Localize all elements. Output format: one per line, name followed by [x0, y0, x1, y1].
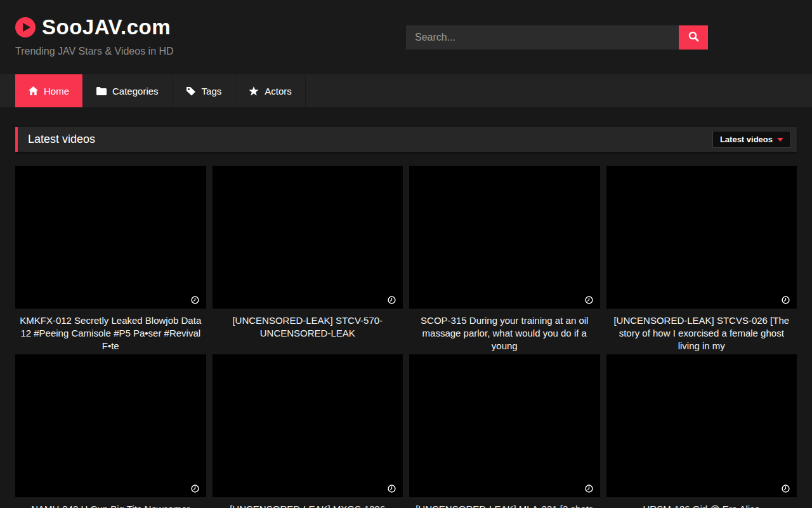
video-card[interactable]: SCOP-315 During your training at an oil …: [409, 166, 600, 354]
nav-label: Categories: [112, 86, 159, 97]
nav-item-home[interactable]: Home: [15, 74, 83, 107]
video-card[interactable]: NAMH-042 H Cup Big Tits Newcomer (170cm …: [15, 354, 206, 508]
nav-label: Tags: [202, 86, 222, 97]
video-title[interactable]: SCOP-315 During your training at an oil …: [409, 309, 600, 354]
clock-icon: [191, 484, 199, 492]
video-title[interactable]: [UNCENSORED-LEAK] STCVS-026 [The story o…: [606, 309, 797, 354]
video-title[interactable]: [UNCENSORED-LEAK] STCV-570-UNCENSORED-LE…: [213, 309, 403, 354]
home-icon: [29, 86, 38, 95]
nav-item-tags[interactable]: Tags: [173, 74, 236, 107]
search-input[interactable]: [406, 25, 679, 50]
video-thumbnail[interactable]: [213, 166, 403, 309]
video-grid: KMKFX-012 Secretly Leaked Blowjob Data 1…: [15, 166, 797, 508]
nav-item-actors[interactable]: Actors: [235, 74, 306, 107]
sort-dropdown-button[interactable]: Latest videos: [712, 131, 791, 148]
video-thumbnail[interactable]: [15, 166, 206, 309]
brand-name: SooJAV.com: [42, 15, 171, 39]
video-title[interactable]: NAMH-042 H Cup Big Tits Newcomer (170cm …: [15, 497, 206, 508]
sort-dropdown-label: Latest videos: [720, 135, 773, 144]
nav-label: Home: [44, 86, 69, 97]
nav-item-categories[interactable]: Categories: [83, 74, 173, 107]
video-title[interactable]: [UNCENSORED-LEAK] MLA-231 [3 shots in: [409, 497, 600, 508]
main-content: Latest videos Latest videos KMKFX-012 Se…: [15, 127, 797, 508]
video-thumbnail[interactable]: [409, 166, 600, 309]
video-thumbnail[interactable]: [409, 354, 600, 497]
clock-icon: [585, 484, 593, 492]
video-title[interactable]: URSM-186 Girl @ Era Alice: [606, 497, 797, 508]
video-card[interactable]: [UNCENSORED-LEAK] MLA-231 [3 shots in: [409, 354, 600, 508]
clock-icon: [191, 295, 199, 304]
video-card[interactable]: [UNCENSORED-LEAK] STCV-570-UNCENSORED-LE…: [213, 166, 403, 354]
chevron-down-icon: [777, 138, 783, 142]
video-card[interactable]: KMKFX-012 Secretly Leaked Blowjob Data 1…: [15, 166, 206, 354]
video-thumbnail[interactable]: [606, 354, 797, 497]
clock-icon: [782, 295, 790, 304]
play-circle-icon: [15, 17, 36, 37]
video-thumbnail[interactable]: [606, 166, 797, 309]
video-title[interactable]: KMKFX-012 Secretly Leaked Blowjob Data 1…: [15, 309, 206, 354]
video-title[interactable]: [UNCENSORED-LEAK] MXGS-1296 Absolutely: [213, 497, 403, 508]
search-form: [406, 25, 708, 50]
folder-icon: [96, 87, 107, 95]
section-title: Latest videos: [18, 133, 95, 146]
site-logo[interactable]: SooJAV.com: [15, 15, 171, 39]
video-card[interactable]: URSM-186 Girl @ Era Alice: [606, 354, 797, 508]
site-header: SooJAV.com Trending JAV Stars & Videos i…: [0, 0, 812, 74]
video-thumbnail[interactable]: [213, 354, 403, 497]
video-card[interactable]: [UNCENSORED-LEAK] MXGS-1296 Absolutely: [213, 354, 403, 508]
star-icon: [249, 86, 259, 96]
clock-icon: [388, 484, 396, 492]
video-card[interactable]: [UNCENSORED-LEAK] STCVS-026 [The story o…: [606, 166, 797, 354]
main-nav: Home Categories Tags: [0, 74, 812, 107]
search-icon: [688, 31, 699, 44]
site-tagline: Trending JAV Stars & Videos in HD: [15, 46, 174, 57]
nav-label: Actors: [265, 86, 292, 97]
clock-icon: [388, 295, 396, 304]
section-header: Latest videos Latest videos: [15, 127, 797, 152]
tag-icon: [186, 86, 196, 96]
video-thumbnail[interactable]: [15, 354, 206, 497]
clock-icon: [782, 484, 790, 492]
search-button[interactable]: [679, 25, 708, 50]
clock-icon: [585, 295, 593, 304]
